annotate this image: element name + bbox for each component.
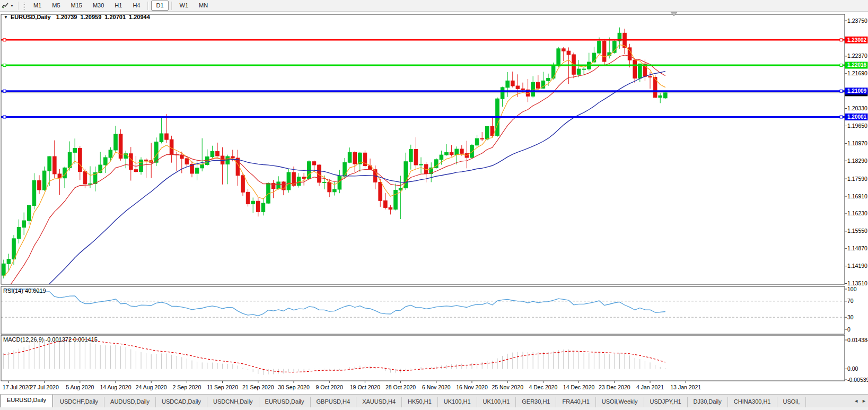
candle-body <box>7 259 11 264</box>
candle-body <box>598 41 601 53</box>
axis-label: 1.22016 <box>847 62 867 68</box>
period-button-h1[interactable]: H1 <box>110 1 127 11</box>
candle-body <box>17 228 21 239</box>
toolbar-grip[interactable] <box>22 2 25 10</box>
candle-body <box>160 134 163 142</box>
chart-canvas[interactable]: 1.237501.223701.216901.203301.196501.189… <box>0 11 868 394</box>
collapse-caret-icon[interactable]: ▼ <box>4 15 8 20</box>
ohlc-high: 1.20959 <box>80 14 101 20</box>
chart-tab-china300-h1[interactable]: CHINA300,H1 <box>728 397 777 408</box>
chart-tab-gbpusd-h4[interactable]: GBPUSD,H4 <box>311 397 357 408</box>
candle-body <box>114 134 118 150</box>
chart-tab-uk100-h1[interactable]: UK100,H1 <box>438 397 477 408</box>
axis-label: 1.21690 <box>847 70 867 76</box>
candle-body <box>450 152 453 154</box>
period-button-mn[interactable]: MN <box>194 1 213 11</box>
candle-body <box>277 182 280 189</box>
candle-body <box>547 78 550 81</box>
candle-body <box>241 176 245 192</box>
tab-scroll-right-icon[interactable]: ► <box>862 398 866 404</box>
candle-body <box>73 149 77 153</box>
chart-tab-usdcnh-daily[interactable]: USDCNH,Daily <box>207 397 259 408</box>
toolbar-separator <box>147 2 148 10</box>
chevron-down-icon[interactable]: ▼ <box>10 4 14 7</box>
candle-body <box>480 138 484 139</box>
chart-tab-usoil-weekly[interactable]: USOil,Weekly <box>596 397 644 408</box>
line-handle[interactable] <box>3 64 6 66</box>
chart-tab-eurusd-daily[interactable]: EURUSD,Daily <box>259 397 311 408</box>
candle-body <box>602 41 606 62</box>
candle-body <box>537 82 540 88</box>
rsi-panel: 10070300 <box>1 286 857 335</box>
candle-body <box>28 205 31 221</box>
period-button-d1[interactable]: D1 <box>151 1 168 11</box>
period-button-m30[interactable]: M30 <box>88 1 109 11</box>
axis-label: 1.19650 <box>847 123 867 129</box>
candle-body <box>577 69 581 74</box>
candle-body <box>104 158 108 165</box>
chart-tab-uk100-h1[interactable]: UK100,H1 <box>477 397 516 408</box>
chart-tab-usdchf-daily[interactable]: USDCHF,Daily <box>54 397 104 408</box>
axis-label: 24 Aug 2020 <box>136 384 167 390</box>
line-handle[interactable] <box>3 116 6 118</box>
axis-label: 1.14870 <box>847 245 867 251</box>
chart-tab-xauusd-h4[interactable]: XAUUSD,H4 <box>356 397 402 408</box>
chart-tab-ger30-h1[interactable]: GER30,H1 <box>516 397 556 408</box>
chart-tab-fra40-h1[interactable]: FRA40,H1 <box>556 397 595 408</box>
candle-body <box>531 82 535 96</box>
macd-panel: 0.0143840.00-0.005396 <box>1 335 868 383</box>
axis-label: 9 Oct 2020 <box>316 384 344 390</box>
candle-body <box>379 182 382 200</box>
axis-label: 11 Sep 2020 <box>207 384 238 390</box>
axis-label: 1.23750 <box>847 18 867 24</box>
axis-label: 1.17590 <box>847 176 867 182</box>
axis-label: 0.00 <box>847 365 858 372</box>
tab-scroll-left-icon[interactable]: ◄ <box>854 398 858 404</box>
line-handle[interactable] <box>3 39 6 41</box>
chart-tab-eurusd-daily[interactable]: EURUSD,Daily <box>0 395 53 408</box>
line-handle[interactable] <box>840 64 843 66</box>
axis-label: 1.21009 <box>847 88 867 94</box>
candle-body <box>83 172 87 184</box>
candle-body <box>22 221 26 228</box>
line-handle[interactable] <box>840 90 843 92</box>
chart-tab-usoil-[interactable]: USOil, <box>777 397 806 408</box>
candle-body <box>506 81 510 88</box>
mt4-window: { "toolbar": { "period_groups": [["M1","… <box>0 0 868 410</box>
axis-label: 1.18290 <box>847 158 867 164</box>
axis-label: 21 Sep 2020 <box>242 384 274 390</box>
period-button-w1[interactable]: W1 <box>175 1 194 11</box>
chart-tab-audusd-daily[interactable]: AUDUSD,Daily <box>104 397 156 408</box>
date-axis: 17 Jul 202027 Jul 20205 Aug 202014 Aug 2… <box>3 381 701 390</box>
line-handle[interactable] <box>840 39 843 41</box>
axis-label: 17 Jul 2020 <box>3 384 31 390</box>
axis-label: 1.15550 <box>847 228 867 234</box>
chart-title: ▼ EURUSD,Daily 1.20739 1.20959 1.20701 1… <box>4 14 153 20</box>
candle-body <box>389 207 392 209</box>
axis-label: 16 Nov 2020 <box>456 384 488 390</box>
axis-label: 30 <box>847 314 854 320</box>
candle-body <box>134 170 138 172</box>
period-button-m15[interactable]: M15 <box>66 1 87 11</box>
chart-tab-usdcad-daily[interactable]: USDCAD,Daily <box>156 397 207 408</box>
price-panel: 1.237501.223701.216901.203301.196501.189… <box>1 12 868 325</box>
macd-panel-frame <box>1 335 845 381</box>
axis-label: 1.23002 <box>847 37 867 43</box>
axis-label: 14 Dec 2020 <box>563 384 595 390</box>
chart-tab-usdjpy-h1[interactable]: USDJPY,H1 <box>644 397 688 408</box>
line-handle[interactable] <box>840 116 843 118</box>
period-button-m5[interactable]: M5 <box>47 1 65 11</box>
candle-body <box>200 165 204 168</box>
candle-body <box>302 177 306 179</box>
line-handle[interactable] <box>3 90 6 92</box>
period-button-h4[interactable]: H4 <box>128 1 145 11</box>
axis-label: 6 Nov 2020 <box>422 384 451 390</box>
chart-tab-hk50-h1[interactable]: HK50,H1 <box>402 397 438 408</box>
candle-body <box>475 138 479 145</box>
axis-label: 5 Aug 2020 <box>66 384 94 390</box>
chart-tab-dj30-daily[interactable]: DJ30,Daily <box>688 397 728 408</box>
period-button-m1[interactable]: M1 <box>29 1 46 11</box>
charts-toolbar-icon[interactable] <box>1 2 10 10</box>
sma-34-line <box>4 71 665 325</box>
candle-body <box>516 86 520 89</box>
